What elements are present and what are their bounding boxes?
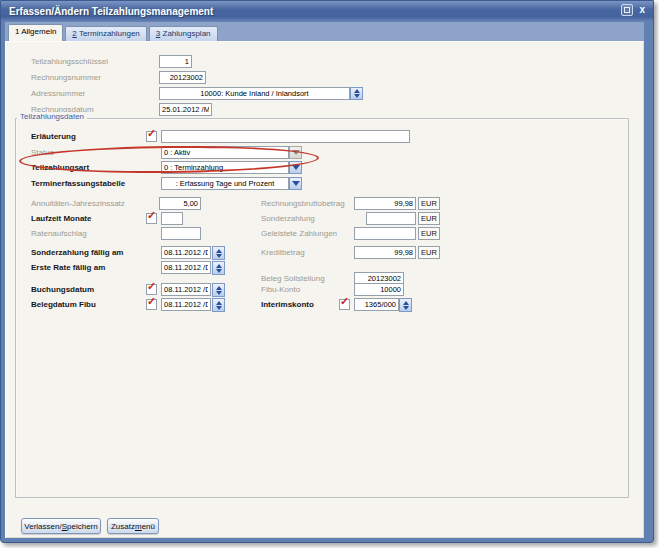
verlassen-speichern-button[interactable]: Verlassen/Speichern (21, 518, 101, 534)
ratenaufschlag-field[interactable] (161, 227, 201, 240)
rechnungsbruttobetrag-unit: EUR (418, 197, 440, 210)
label-interimskonto: Interimskonto (261, 300, 314, 309)
label-erste-rate-faellig-am: Erste Rate fällig am (31, 263, 105, 272)
terminerfassungstabelle-dropdown-icon[interactable] (289, 177, 302, 190)
erste-rate-faellig-am-spinner-icon[interactable] (212, 261, 225, 275)
arrow-up-icon (216, 301, 222, 305)
erlaeuterung-checkbox[interactable]: ✓ (146, 131, 157, 142)
label-terminerfassungstabelle: Terminerfassungstabelle (31, 179, 125, 188)
window-title: Erfassen/Ändern Teilzahlungsmanagement (1, 6, 213, 17)
buchungsdatum-field[interactable] (161, 283, 211, 296)
tab-terminzahlungen[interactable]: 2 Terminzahlungen (65, 26, 146, 41)
arrow-down-icon (216, 254, 222, 258)
geleistete-zahlungen-unit: EUR (418, 227, 440, 240)
rechnungsnummer-field[interactable] (159, 71, 206, 84)
arrow-down-icon (403, 306, 409, 310)
label-sonderzahlung-faellig-am: Sonderzahlung fällig am (31, 248, 123, 257)
sonderzahlung-faellig-am-field[interactable] (161, 246, 211, 259)
adressnummer-field[interactable] (159, 87, 350, 100)
annuitaeten-jahreszinssatz-field[interactable] (159, 197, 201, 210)
check-icon: ✓ (340, 296, 349, 307)
geleistete-zahlungen-field[interactable] (354, 227, 416, 240)
erlaeuterung-field[interactable] (161, 130, 410, 143)
label-kreditbetrag: Kreditbetrag (261, 248, 305, 257)
restore-window-icon[interactable] (621, 4, 633, 16)
close-icon[interactable]: x (639, 4, 645, 16)
check-icon: ✓ (147, 281, 156, 292)
groupbox-teilzahlungsdaten (15, 118, 629, 498)
interimskonto-checkbox[interactable]: ✓ (339, 299, 350, 310)
teilzahlungsschluessel-field[interactable] (159, 55, 192, 68)
label-rechnungsnummer: Rechnungsnummer (31, 73, 101, 82)
teilzahlungsart-dropdown-icon[interactable] (289, 161, 302, 174)
tab-page-allgemein: Teilzahlungsschlüssel Rechnungsnummer Ad… (5, 41, 644, 538)
fibu-konto-field[interactable] (354, 283, 404, 296)
arrow-up-icon (216, 264, 222, 268)
sonderzahlung-field[interactable] (366, 212, 416, 225)
arrow-down-icon (216, 291, 222, 295)
label-teilzahlungsart: Teilzahlungsart (31, 163, 89, 172)
adressnummer-spinner-icon[interactable] (350, 87, 363, 100)
belegdatum-fibu-checkbox[interactable]: ✓ (146, 299, 157, 310)
check-icon: ✓ (147, 296, 156, 307)
buchungsdatum-checkbox[interactable]: ✓ (146, 284, 157, 295)
belegdatum-fibu-spinner-icon[interactable] (212, 298, 225, 312)
zusatzmenu-button[interactable]: Zusatzmenü (107, 518, 159, 534)
interimskonto-spinner-icon[interactable] (399, 298, 412, 312)
status-dropdown-icon (289, 146, 302, 159)
label-buchungsdatum: Buchungsdatum (31, 285, 94, 294)
tab-allgemein-label: 1 Allgemein (15, 27, 56, 36)
label-status: Status (31, 148, 54, 157)
label-sonderzahlung: Sonderzahlung (261, 214, 315, 223)
buchungsdatum-spinner-icon[interactable] (212, 283, 225, 297)
arrow-up-icon (403, 301, 409, 305)
check-icon: ✓ (147, 210, 156, 221)
status-field[interactable] (161, 146, 289, 159)
arrow-up-icon (216, 249, 222, 253)
arrow-down-icon (216, 306, 222, 310)
label-laufzeit-monate: Laufzeit Monate (31, 214, 91, 223)
label-beleg-sollstellung: Beleg Sollstellung (261, 274, 325, 283)
dialog-window: Erfassen/Ändern Teilzahlungsmanagement x… (0, 0, 654, 543)
erste-rate-faellig-am-field[interactable] (161, 261, 211, 274)
arrow-down-icon (292, 181, 300, 186)
belegdatum-fibu-field[interactable] (161, 298, 211, 311)
arrow-down-icon (354, 94, 360, 98)
label-adressnummer: Adressnummer (31, 89, 85, 98)
interimskonto-field[interactable] (354, 298, 399, 311)
arrow-up-icon (216, 286, 222, 290)
arrow-down-icon (292, 150, 300, 155)
sonderzahlung-faellig-am-spinner-icon[interactable] (212, 246, 225, 260)
laufzeit-monate-field[interactable] (161, 212, 183, 225)
zusatzmenu-mnemonic: m (135, 522, 142, 531)
titlebar-icons: x (621, 4, 645, 16)
teilzahlungsart-field[interactable] (161, 161, 289, 174)
tab-strip: 1 Allgemein 2 Terminzahlungen 3 Zahlungs… (5, 22, 644, 41)
save-button-label-pre: Verlassen/ (24, 522, 61, 531)
kreditbetrag-unit: EUR (418, 246, 440, 259)
rechnungsbruttobetrag-field[interactable] (354, 197, 416, 210)
zusatzmenu-label-post: enü (142, 522, 155, 531)
label-annuitaeten-jahreszinssatz: Annuitäten-Jahreszinssatz (31, 199, 125, 208)
label-teilzahlungsschluessel: Teilzahlungsschlüssel (31, 57, 108, 66)
tab-allgemein[interactable]: 1 Allgemein (8, 24, 63, 41)
label-geleistete-zahlungen: Geleistete Zahlungen (261, 229, 337, 238)
sonderzahlung-unit: EUR (418, 212, 440, 225)
kreditbetrag-field[interactable] (354, 246, 416, 259)
save-button-label-post: peichern (67, 522, 98, 531)
rechnungsdatum-field[interactable] (159, 103, 212, 116)
tab-zahlungsplan[interactable]: 3 Zahlungsplan (149, 26, 218, 41)
arrow-up-icon (354, 89, 360, 93)
arrow-down-icon (292, 165, 300, 170)
tab-terminzahlungen-label: Terminzahlungen (77, 29, 140, 38)
terminerfassungstabelle-field[interactable] (161, 177, 289, 190)
groupbox-label: Teilzahlungsdaten (17, 112, 87, 121)
label-belegdatum-fibu: Belegdatum Fibu (31, 300, 96, 309)
label-ratenaufschlag: Ratenaufschlag (31, 229, 87, 238)
titlebar[interactable]: Erfassen/Ändern Teilzahlungsmanagement x (1, 1, 653, 22)
laufzeit-monate-checkbox[interactable]: ✓ (146, 213, 157, 224)
label-rechnungsbruttobetrag: Rechnungsbruttobetrag (261, 199, 345, 208)
tab-zahlungsplan-label: Zahlungsplan (160, 29, 210, 38)
arrow-down-icon (216, 269, 222, 273)
zusatzmenu-label-pre: Zusatz (111, 522, 135, 531)
